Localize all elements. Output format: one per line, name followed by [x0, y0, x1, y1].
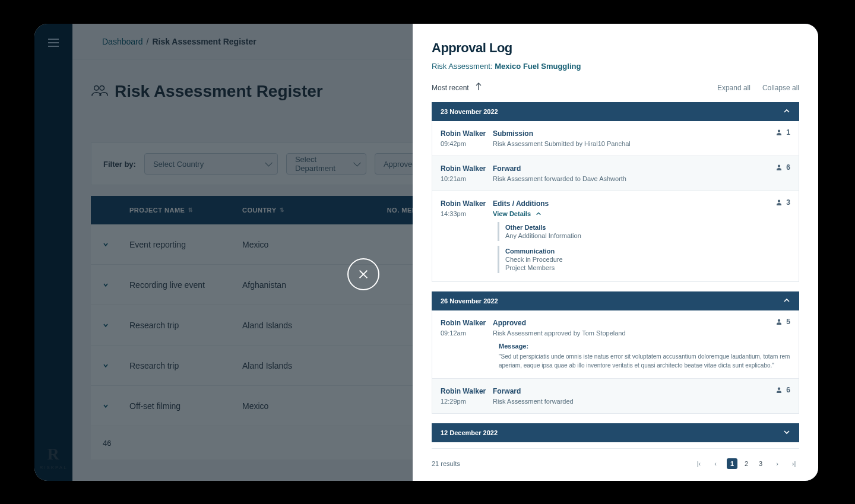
cell-country: Aland Islands — [242, 361, 355, 370]
results-count: 21 results — [432, 460, 460, 467]
cell-project: Event reporting — [129, 240, 242, 249]
cell-project: Research trip — [129, 361, 242, 370]
log-what: SubmissionRisk Assessment Submitted by H… — [493, 129, 790, 147]
participant-count: 1 — [775, 128, 790, 137]
log-item: Robin Walker14:33pmEdits / AdditionsView… — [432, 191, 799, 282]
log-section: 23 November 2022Robin Walker09:42pmSubmi… — [432, 102, 799, 282]
participant-count: 6 — [775, 386, 790, 394]
log-who: Robin Walker10:21am — [441, 164, 493, 182]
log-section: 12 December 2022 — [432, 423, 799, 442]
cell-project: Off-set filming — [129, 401, 242, 411]
cell-country: Aland Islands — [242, 321, 355, 330]
row-expand-toggle[interactable] — [103, 361, 129, 370]
view-details-toggle[interactable]: View Details — [493, 210, 790, 217]
detail-block: CommunicationCheck in ProcedureProject M… — [498, 246, 790, 273]
detail-block: Other DetailsAny Additional Information — [498, 222, 790, 241]
log-what: ForwardRisk Assessment forwarded — [493, 387, 790, 405]
approval-log-drawer: Approval Log Risk Assessment: Mexico Fue… — [413, 24, 818, 481]
log-item: Robin Walker10:21amForwardRisk Assessmen… — [432, 156, 799, 191]
log-who: Robin Walker09:42pm — [441, 129, 493, 147]
log-section: 26 November 2022Robin Walker09:12amAppro… — [432, 291, 799, 414]
log-what: Edits / AdditionsView Details Other Deta… — [493, 199, 790, 273]
log-date-header[interactable]: 23 November 2022 — [432, 102, 799, 121]
participant-count: 3 — [775, 198, 790, 207]
pager-prev[interactable]: ‹ — [710, 460, 721, 467]
chevron-up-icon — [783, 297, 790, 305]
breadcrumb-current: Risk Assessment Register — [152, 37, 256, 46]
log-who: Robin Walker09:12am — [441, 319, 493, 370]
sort-icon: ⇅ — [188, 207, 192, 213]
close-drawer-button[interactable] — [347, 258, 379, 290]
log-item: Robin Walker09:42pmSubmissionRisk Assess… — [432, 121, 799, 156]
brand-logo: R RISKPAL — [39, 445, 67, 470]
pager: |‹ ‹ 123 › ›| — [694, 458, 799, 469]
log-who: Robin Walker12:29pm — [441, 387, 493, 405]
menu-toggle[interactable] — [46, 36, 61, 50]
filter-select-country[interactable]: Select Country — [144, 153, 278, 175]
pager-first[interactable]: |‹ — [694, 460, 704, 467]
drawer-title: Approval Log — [432, 40, 799, 56]
log-item: Robin Walker12:29pmForwardRisk Assessmen… — [432, 379, 799, 414]
row-expand-toggle[interactable] — [103, 280, 129, 290]
page-title-wrap: Risk Assessment Register — [91, 82, 323, 101]
svg-point-4 — [100, 86, 104, 91]
arrow-up-icon — [475, 83, 482, 93]
log-date-header[interactable]: 26 November 2022 — [432, 291, 799, 310]
message-block: Message:"Sed ut perspiciatis unde omnis … — [493, 340, 790, 370]
pager-page-1[interactable]: 1 — [727, 458, 737, 469]
row-expand-toggle[interactable] — [103, 321, 129, 330]
filter-select-department[interactable]: Select Department — [286, 153, 366, 175]
cell-project: Research trip — [129, 321, 242, 330]
participant-count: 6 — [775, 163, 790, 172]
filter-label: Filter by: — [103, 160, 136, 169]
row-expand-toggle[interactable] — [103, 401, 129, 411]
pager-page-3[interactable]: 3 — [755, 458, 766, 469]
th-project-name[interactable]: PROJECT NAME⇅ — [129, 207, 242, 214]
logo-mark: R — [47, 445, 59, 464]
cell-country: Afghanistan — [242, 280, 355, 290]
participant-count: 5 — [775, 318, 790, 326]
cell-country: Mexico — [242, 240, 355, 249]
log-date-header[interactable]: 12 December 2022 — [432, 423, 799, 442]
pager-page-2[interactable]: 2 — [741, 458, 752, 469]
log-who: Robin Walker14:33pm — [441, 199, 493, 273]
sort-icon: ⇅ — [280, 207, 283, 213]
sidebar: R RISKPAL — [34, 24, 72, 481]
table-total-count: 46 — [103, 439, 111, 448]
drawer-footer: 21 results |‹ ‹ 123 › ›| — [432, 448, 799, 469]
pager-next[interactable]: › — [772, 460, 783, 467]
expand-all-button[interactable]: Expand all — [717, 84, 750, 92]
sort-toggle[interactable]: Most recent — [432, 83, 482, 93]
svg-point-3 — [94, 86, 99, 91]
breadcrumb-dashboard-link[interactable]: Dashboard — [102, 37, 143, 46]
log-what: ApprovedRisk Assessment approved by Tom … — [493, 319, 790, 370]
th-country[interactable]: COUNTRY⇅ — [242, 207, 355, 214]
breadcrumb-separator: / — [147, 37, 149, 46]
logo-text: RISKPAL — [39, 465, 67, 470]
log-what: ForwardRisk Assessment forwarded to Dave… — [493, 164, 790, 182]
chevron-down-icon — [783, 429, 790, 437]
drawer-subtitle: Risk Assessment: Mexico Fuel Smuggling — [432, 62, 799, 71]
log-item: Robin Walker09:12amApprovedRisk Assessme… — [432, 310, 799, 379]
page-title: Risk Assessment Register — [115, 82, 323, 101]
row-expand-toggle[interactable] — [103, 240, 129, 249]
collapse-all-button[interactable]: Collapse all — [762, 84, 799, 92]
people-icon — [91, 83, 109, 100]
cell-project: Recording live event — [129, 280, 242, 290]
pager-last[interactable]: ›| — [788, 460, 799, 467]
drawer-toolbar: Most recent Expand all Collapse all — [432, 83, 799, 93]
chevron-up-icon — [783, 107, 790, 116]
cell-country: Mexico — [242, 401, 355, 411]
